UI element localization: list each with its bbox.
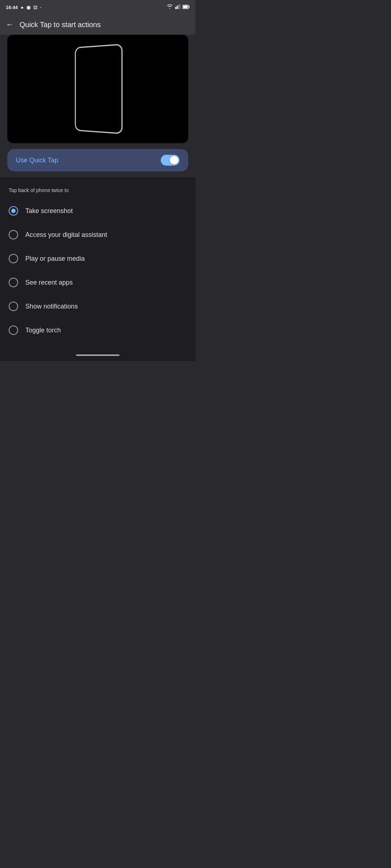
svg-rect-6 <box>183 6 188 8</box>
option-torch[interactable]: Toggle torch <box>0 318 196 342</box>
option-label-media: Play or pause media <box>25 255 85 263</box>
wifi-icon <box>167 4 173 10</box>
option-screenshot[interactable]: Take screenshot <box>0 199 196 223</box>
radio-notifications <box>9 302 18 311</box>
option-label-screenshot: Take screenshot <box>25 207 73 215</box>
back-button[interactable]: ← <box>6 20 14 29</box>
top-bar: ← Quick Tap to start actions <box>0 14 196 35</box>
option-label-torch: Toggle torch <box>25 327 61 334</box>
status-time: 16:44 <box>6 5 18 10</box>
svg-rect-2 <box>178 5 179 9</box>
battery-icon <box>182 4 190 10</box>
phone-illustration <box>7 35 188 143</box>
option-assistant[interactable]: Access your digital assistant <box>0 223 196 247</box>
status-right <box>167 4 190 10</box>
messenger-icon: ◉ <box>26 5 30 10</box>
instagram-icon: ⊡ <box>33 5 37 10</box>
page-title: Quick Tap to start actions <box>20 21 101 29</box>
radio-screenshot <box>9 206 18 216</box>
options-section: Tap back of phone twice to Take screensh… <box>0 177 196 349</box>
option-label-assistant: Access your digital assistant <box>25 231 107 239</box>
radio-media <box>9 254 18 263</box>
radio-inner-screenshot <box>11 209 16 213</box>
radio-recent-apps <box>9 278 18 287</box>
option-label-recent-apps: See recent apps <box>25 279 73 286</box>
option-media[interactable]: Play or pause media <box>0 247 196 271</box>
option-label-notifications: Show notifications <box>25 303 78 310</box>
svg-rect-0 <box>175 7 176 9</box>
home-indicator <box>76 354 119 356</box>
status-left: 16:44 ● ◉ ⊡ • <box>6 5 41 10</box>
phone-shape <box>75 44 123 134</box>
toggle-section: Use Quick Tap <box>7 149 188 171</box>
quick-tap-toggle[interactable] <box>161 155 180 166</box>
use-quick-tap-label: Use Quick Tap <box>16 157 58 164</box>
dot-icon: • <box>40 6 41 9</box>
svg-rect-3 <box>180 4 180 9</box>
whatsapp-icon: ● <box>21 5 24 10</box>
radio-assistant <box>9 230 18 239</box>
signal-icon <box>175 4 180 10</box>
option-notifications[interactable]: Show notifications <box>0 294 196 318</box>
toggle-thumb <box>170 156 178 165</box>
svg-rect-1 <box>177 6 178 9</box>
options-header: Tap back of phone twice to <box>0 184 196 199</box>
svg-rect-5 <box>189 6 190 8</box>
status-bar: 16:44 ● ◉ ⊡ • <box>0 0 196 14</box>
option-recent-apps[interactable]: See recent apps <box>0 271 196 294</box>
radio-torch <box>9 326 18 335</box>
bottom-bar <box>0 349 196 361</box>
